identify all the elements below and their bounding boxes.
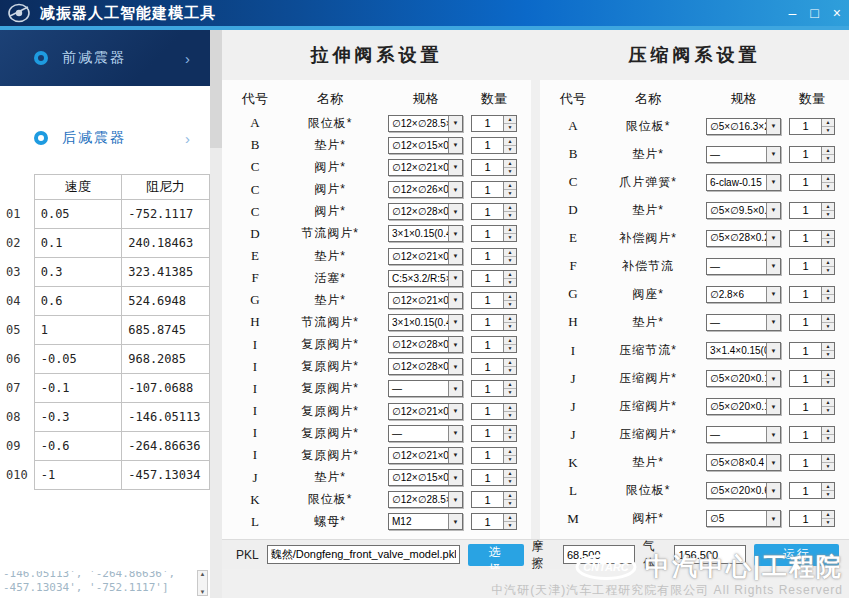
dropdown-arrow-icon[interactable]: ▼ <box>766 147 780 162</box>
dropdown-arrow-icon[interactable]: ▼ <box>448 492 462 507</box>
spec-dropdown[interactable]: 3×1×0.15(0.45)▼ <box>388 314 463 331</box>
qty-spinner[interactable]: 1▲▼ <box>789 146 835 163</box>
spinner-up-icon[interactable]: ▲ <box>504 359 516 367</box>
dropdown-arrow-icon[interactable]: ▼ <box>766 511 780 526</box>
qty-spinner[interactable]: 1▲▼ <box>789 398 835 415</box>
dropdown-arrow-icon[interactable]: ▼ <box>448 404 462 419</box>
spinner-up-icon[interactable]: ▲ <box>822 343 834 351</box>
dropdown-arrow-icon[interactable]: ▼ <box>448 204 462 219</box>
qty-spinner[interactable]: 1▲▼ <box>789 426 835 443</box>
speed-cell[interactable]: 0.1 <box>34 229 122 258</box>
spinner-up-icon[interactable]: ▲ <box>504 426 516 434</box>
spec-dropdown[interactable]: ∅12×∅26×0.15▼ <box>388 181 463 198</box>
sidebar-item-front-damper[interactable]: 前减震器 › <box>0 30 210 86</box>
spec-dropdown[interactable]: —▼ <box>706 258 781 275</box>
spinner-up-icon[interactable]: ▲ <box>822 399 834 407</box>
spinner-up-icon[interactable]: ▲ <box>504 204 516 212</box>
spec-dropdown[interactable]: ∅5×∅20×0.15▼ <box>706 398 781 415</box>
qty-spinner[interactable]: 1▲▼ <box>789 370 835 387</box>
force-cell[interactable]: 968.2085 <box>122 345 210 374</box>
speed-cell[interactable]: 0.3 <box>34 258 122 287</box>
spinner-down-icon[interactable]: ▼ <box>504 389 516 396</box>
dropdown-arrow-icon[interactable]: ▼ <box>448 337 462 352</box>
force-cell[interactable]: 524.6948 <box>122 287 210 316</box>
qty-spinner[interactable]: 1▲▼ <box>471 203 517 220</box>
spinner-down-icon[interactable]: ▼ <box>822 323 834 330</box>
speed-cell[interactable]: 1 <box>34 316 122 345</box>
spinner-up-icon[interactable]: ▲ <box>822 147 834 155</box>
qty-spinner[interactable]: 1▲▼ <box>789 286 835 303</box>
speed-cell[interactable]: -0.3 <box>34 403 122 432</box>
dropdown-arrow-icon[interactable]: ▼ <box>766 371 780 386</box>
spec-dropdown[interactable]: ∅12×∅28×0.15▼ <box>388 203 463 220</box>
qty-spinner[interactable]: 1▲▼ <box>471 137 517 154</box>
spec-dropdown[interactable]: ∅12×∅15×0.30▼ <box>388 137 463 154</box>
scroll-down-icon[interactable]: ▼ <box>200 589 206 595</box>
spec-dropdown[interactable]: ∅12×∅28.5×2.5▼ <box>388 115 463 132</box>
spinner-up-icon[interactable]: ▲ <box>822 511 834 519</box>
qty-spinner[interactable]: 1▲▼ <box>789 118 835 135</box>
spinner-down-icon[interactable]: ▼ <box>822 183 834 190</box>
spinner-down-icon[interactable]: ▼ <box>504 234 516 241</box>
dropdown-arrow-icon[interactable]: ▼ <box>448 448 462 463</box>
qty-spinner[interactable]: 1▲▼ <box>471 358 517 375</box>
minimize-button[interactable]: – <box>789 6 797 20</box>
spinner-down-icon[interactable]: ▼ <box>504 367 516 374</box>
spinner-down-icon[interactable]: ▼ <box>504 168 516 175</box>
force-cell[interactable]: -752.1117 <box>122 200 210 229</box>
spinner-down-icon[interactable]: ▼ <box>504 345 516 352</box>
dropdown-arrow-icon[interactable]: ▼ <box>766 287 780 302</box>
spinner-down-icon[interactable]: ▼ <box>504 456 516 463</box>
dropdown-arrow-icon[interactable]: ▼ <box>448 226 462 241</box>
spinner-down-icon[interactable]: ▼ <box>504 323 516 330</box>
select-button[interactable]: 选择 <box>468 544 523 566</box>
spec-dropdown[interactable]: —▼ <box>706 146 781 163</box>
force-cell[interactable]: -457.13034 <box>122 461 210 490</box>
spinner-up-icon[interactable]: ▲ <box>504 404 516 412</box>
spinner-down-icon[interactable]: ▼ <box>822 351 834 358</box>
spinner-up-icon[interactable]: ▲ <box>822 259 834 267</box>
dropdown-arrow-icon[interactable]: ▼ <box>448 271 462 286</box>
dropdown-arrow-icon[interactable]: ▼ <box>448 160 462 175</box>
spec-dropdown[interactable]: ∅5×∅9.5×0.80▼ <box>706 202 781 219</box>
maximize-button[interactable]: □ <box>810 6 818 20</box>
spinner-up-icon[interactable]: ▲ <box>504 315 516 323</box>
spec-dropdown[interactable]: ∅12×∅21×0.20▼ <box>388 447 463 464</box>
spec-dropdown[interactable]: ∅5×∅28×0.25（腰）新▼ <box>706 230 781 247</box>
qty-spinner[interactable]: 1▲▼ <box>471 159 517 176</box>
spec-dropdown[interactable]: —▼ <box>388 380 463 397</box>
force-cell[interactable]: 323.41385 <box>122 258 210 287</box>
spec-dropdown[interactable]: ∅5×∅16.3×2.5▼ <box>706 118 781 135</box>
spinner-up-icon[interactable]: ▲ <box>504 448 516 456</box>
spinner-down-icon[interactable]: ▼ <box>822 239 834 246</box>
dropdown-arrow-icon[interactable]: ▼ <box>448 249 462 264</box>
qty-spinner[interactable]: 1▲▼ <box>471 314 517 331</box>
dropdown-arrow-icon[interactable]: ▼ <box>448 514 462 529</box>
qty-spinner[interactable]: 1▲▼ <box>471 403 517 420</box>
qty-spinner[interactable]: 1▲▼ <box>789 230 835 247</box>
spec-dropdown[interactable]: M12▼ <box>388 513 463 530</box>
spec-dropdown[interactable]: —▼ <box>388 425 463 442</box>
dropdown-arrow-icon[interactable]: ▼ <box>448 293 462 308</box>
spec-dropdown[interactable]: ∅2.8×6▼ <box>706 286 781 303</box>
spec-dropdown[interactable]: ∅5▼ <box>706 510 781 527</box>
qty-spinner[interactable]: 1▲▼ <box>471 425 517 442</box>
qty-spinner[interactable]: 1▲▼ <box>471 115 517 132</box>
dropdown-arrow-icon[interactable]: ▼ <box>766 119 780 134</box>
dropdown-arrow-icon[interactable]: ▼ <box>448 315 462 330</box>
spinner-up-icon[interactable]: ▲ <box>822 119 834 127</box>
spinner-up-icon[interactable]: ▲ <box>504 226 516 234</box>
spinner-down-icon[interactable]: ▼ <box>822 127 834 134</box>
spec-dropdown[interactable]: ∅12×∅28×0.20▼ <box>388 336 463 353</box>
dropdown-arrow-icon[interactable]: ▼ <box>766 399 780 414</box>
dropdown-arrow-icon[interactable]: ▼ <box>448 182 462 197</box>
spinner-up-icon[interactable]: ▲ <box>822 175 834 183</box>
spec-dropdown[interactable]: C:5×3.2/R:5×3.2▼ <box>388 270 463 287</box>
spinner-up-icon[interactable]: ▲ <box>504 160 516 168</box>
spinner-down-icon[interactable]: ▼ <box>504 500 516 507</box>
speed-cell[interactable]: 0.6 <box>34 287 122 316</box>
spinner-down-icon[interactable]: ▼ <box>504 522 516 529</box>
qty-spinner[interactable]: 1▲▼ <box>471 225 517 242</box>
qty-spinner[interactable]: 1▲▼ <box>789 174 835 191</box>
spec-dropdown[interactable]: ∅12×∅21×0.20▼ <box>388 292 463 309</box>
